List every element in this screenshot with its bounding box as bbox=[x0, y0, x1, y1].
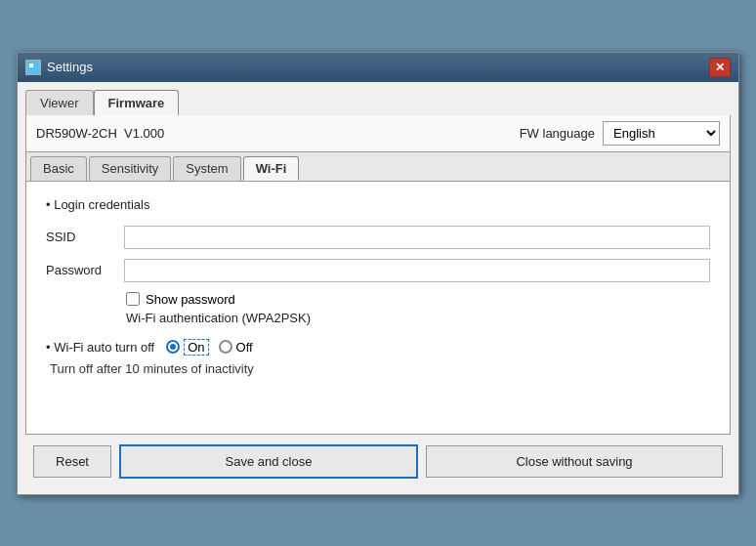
radio-on-button[interactable] bbox=[166, 340, 180, 354]
radio-off-button[interactable] bbox=[219, 340, 232, 354]
wifi-auto-row: • Wi-Fi auto turn off On Off bbox=[46, 339, 710, 356]
ssid-row: SSID bbox=[46, 226, 710, 249]
radio-off-label: Off bbox=[236, 340, 253, 355]
button-bar: Reset Save and close Close without savin… bbox=[25, 435, 731, 486]
sub-tabs: Basic Sensitivity System Wi-Fi bbox=[25, 151, 731, 181]
show-password-checkbox[interactable] bbox=[126, 292, 140, 306]
title-bar: Settings ✕ bbox=[18, 53, 738, 82]
radio-off-option[interactable]: Off bbox=[219, 340, 253, 355]
show-password-label: Show password bbox=[146, 292, 235, 307]
settings-window: Settings ✕ Viewer Firmware DR590W-2CH V1… bbox=[17, 52, 739, 495]
wifi-auto-label: • Wi-Fi auto turn off bbox=[46, 340, 154, 355]
fw-language-label: FW language bbox=[520, 126, 595, 141]
app-icon bbox=[25, 60, 41, 75]
device-info-bar: DR590W-2CH V1.000 FW language English Ko… bbox=[25, 115, 731, 151]
title-bar-left: Settings bbox=[25, 60, 93, 75]
password-input[interactable] bbox=[124, 259, 710, 282]
content-area: • Login credentials SSID Password Show p… bbox=[25, 181, 731, 435]
close-without-saving-button[interactable]: Close without saving bbox=[426, 445, 723, 478]
inactivity-text: Turn off after 10 minutes of inactivity bbox=[50, 361, 710, 376]
close-window-button[interactable]: ✕ bbox=[709, 58, 731, 77]
top-tabs: Viewer Firmware bbox=[25, 90, 731, 115]
reset-button[interactable]: Reset bbox=[33, 445, 111, 478]
auth-text: Wi-Fi authentication (WPA2PSK) bbox=[126, 311, 710, 325]
tab-system[interactable]: System bbox=[173, 156, 240, 181]
password-row: Password bbox=[46, 259, 710, 282]
fw-language-section: FW language English Korean Japanese Chin… bbox=[520, 121, 720, 146]
fw-language-select[interactable]: English Korean Japanese Chinese bbox=[603, 121, 720, 146]
tab-viewer[interactable]: Viewer bbox=[25, 90, 94, 115]
window-title: Settings bbox=[47, 60, 93, 74]
radio-on-option[interactable]: On bbox=[166, 339, 208, 356]
show-password-row: Show password bbox=[126, 292, 710, 307]
login-credentials-header: • Login credentials bbox=[46, 197, 710, 212]
save-button[interactable]: Save and close bbox=[119, 444, 418, 479]
svg-rect-1 bbox=[29, 63, 33, 67]
tab-firmware[interactable]: Firmware bbox=[94, 90, 180, 115]
tab-basic[interactable]: Basic bbox=[30, 156, 87, 181]
password-label: Password bbox=[46, 263, 124, 277]
ssid-input[interactable] bbox=[124, 226, 710, 249]
radio-group: On Off bbox=[166, 339, 252, 356]
device-model: DR590W-2CH V1.000 bbox=[36, 126, 164, 141]
radio-on-label: On bbox=[184, 339, 208, 356]
ssid-label: SSID bbox=[46, 230, 124, 244]
tab-wifi[interactable]: Wi-Fi bbox=[243, 156, 300, 181]
tab-sensitivity[interactable]: Sensitivity bbox=[89, 156, 172, 181]
window-body: Viewer Firmware DR590W-2CH V1.000 FW lan… bbox=[18, 82, 738, 494]
